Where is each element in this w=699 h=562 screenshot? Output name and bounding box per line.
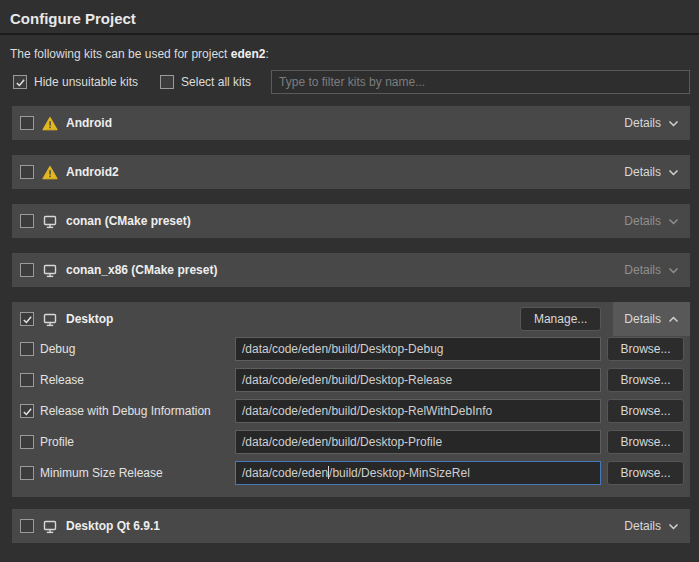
chevron-down-icon bbox=[668, 523, 679, 530]
details-label: Details bbox=[624, 214, 661, 228]
desktop-icon bbox=[42, 312, 58, 327]
select-all-kits-checkbox[interactable] bbox=[160, 75, 174, 89]
chevron-down-icon bbox=[668, 169, 679, 176]
kit-row-conan: conan (CMake preset) Details bbox=[12, 204, 690, 238]
build-dir-input[interactable]: /data/code/eden/build/Desktop-Profile bbox=[235, 430, 601, 454]
browse-button[interactable]: Browse... bbox=[607, 368, 684, 392]
select-all-kits-label: Select all kits bbox=[181, 75, 251, 89]
build-dir-value: /data/code/eden/build/Desktop-RelWithDeb… bbox=[242, 404, 492, 418]
kit-row-conan-x86: conan_x86 (CMake preset) Details bbox=[12, 253, 690, 287]
build-config-checkbox[interactable] bbox=[20, 435, 34, 449]
kit-row-desktop: Desktop Manage... Details bbox=[12, 302, 690, 336]
kit-checkbox[interactable] bbox=[20, 312, 34, 326]
desktop-icon bbox=[42, 519, 58, 534]
details-label: Details bbox=[624, 519, 661, 533]
build-dir-value: /data/code/eden/build/Desktop-Release bbox=[242, 373, 452, 387]
kit-checkbox[interactable] bbox=[20, 116, 34, 130]
kit-checkbox[interactable] bbox=[20, 214, 34, 228]
manage-button[interactable]: Manage... bbox=[520, 307, 601, 331]
details-button[interactable]: Details bbox=[613, 155, 690, 189]
kit-checkbox[interactable] bbox=[20, 263, 34, 277]
kit-section-desktop: Desktop Manage... Details Debug /data/co… bbox=[12, 302, 690, 497]
hide-unsuitable-kits-group: Hide unsuitable kits bbox=[13, 75, 138, 89]
build-config-row-release: Release /data/code/eden/build/Desktop-Re… bbox=[20, 367, 684, 393]
kit-row-android2: Android2 Details bbox=[12, 155, 690, 189]
browse-button[interactable]: Browse... bbox=[607, 337, 684, 361]
build-dir-input[interactable]: /data/code/eden/build/Desktop-Release bbox=[235, 368, 601, 392]
browse-button[interactable]: Browse... bbox=[607, 461, 684, 485]
kit-name: Android2 bbox=[66, 165, 119, 179]
build-config-checkbox[interactable] bbox=[20, 342, 34, 356]
kit-name: conan_x86 (CMake preset) bbox=[66, 263, 217, 277]
details-label: Details bbox=[624, 116, 661, 130]
kit-name: conan (CMake preset) bbox=[66, 214, 191, 228]
warning-icon bbox=[42, 116, 58, 131]
checkmark-icon bbox=[22, 406, 33, 417]
kit-filter-bar: Hide unsuitable kits Select all kits bbox=[13, 70, 690, 94]
build-config-label: Release with Debug Information bbox=[40, 404, 235, 418]
build-dir-value: /data/code/eden bbox=[242, 466, 328, 480]
hide-unsuitable-kits-checkbox[interactable] bbox=[13, 75, 27, 89]
project-name: eden2 bbox=[231, 47, 266, 61]
build-config-row-profile: Profile /data/code/eden/build/Desktop-Pr… bbox=[20, 429, 684, 455]
kit-row-android: Android Details bbox=[12, 106, 690, 140]
build-dir-input[interactable]: /data/code/eden/build/Desktop-RelWithDeb… bbox=[235, 399, 601, 423]
kit-filter-input[interactable] bbox=[271, 70, 690, 94]
kit-name: Desktop Qt 6.9.1 bbox=[66, 519, 160, 533]
kit-row-desktop-qt: Desktop Qt 6.9.1 Details bbox=[12, 509, 690, 543]
title-separator bbox=[0, 33, 699, 35]
browse-button[interactable]: Browse... bbox=[607, 399, 684, 423]
checkmark-icon bbox=[15, 77, 26, 88]
chevron-down-icon bbox=[668, 218, 679, 225]
details-button[interactable]: Details bbox=[613, 509, 690, 543]
build-config-label: Profile bbox=[40, 435, 235, 449]
build-dir-input-focused[interactable]: /data/code/eden/build/Desktop-MinSizeRel bbox=[235, 461, 601, 485]
desktop-icon bbox=[42, 214, 58, 229]
build-config-row-minsizerel: Minimum Size Release /data/code/eden/bui… bbox=[20, 460, 684, 486]
build-dir-value: /build/Desktop-MinSizeRel bbox=[329, 466, 470, 480]
build-config-checkbox[interactable] bbox=[20, 404, 34, 418]
kit-name: Android bbox=[66, 116, 112, 130]
intro-text-after: : bbox=[265, 47, 268, 61]
details-label: Details bbox=[624, 165, 661, 179]
chevron-down-icon bbox=[668, 267, 679, 274]
kit-name: Desktop bbox=[66, 312, 113, 326]
checkmark-icon bbox=[22, 314, 33, 325]
build-config-checkbox[interactable] bbox=[20, 373, 34, 387]
details-label: Details bbox=[624, 312, 661, 326]
warning-icon bbox=[42, 165, 58, 180]
build-dir-value: /data/code/eden/build/Desktop-Debug bbox=[242, 342, 443, 356]
desktop-icon bbox=[42, 263, 58, 278]
build-config-label: Minimum Size Release bbox=[40, 466, 235, 480]
select-all-kits-group: Select all kits bbox=[160, 75, 251, 89]
kit-checkbox[interactable] bbox=[20, 165, 34, 179]
chevron-up-icon bbox=[668, 316, 679, 323]
page-title: Configure Project bbox=[10, 9, 699, 29]
build-config-label: Debug bbox=[40, 342, 235, 356]
browse-button[interactable]: Browse... bbox=[607, 430, 684, 454]
details-button[interactable]: Details bbox=[613, 106, 690, 140]
build-config-label: Release bbox=[40, 373, 235, 387]
chevron-down-icon bbox=[668, 120, 679, 127]
intro-text: The following kits can be used for proje… bbox=[10, 47, 689, 61]
build-dir-input[interactable]: /data/code/eden/build/Desktop-Debug bbox=[235, 337, 601, 361]
details-label: Details bbox=[624, 263, 661, 277]
build-config-row-debug: Debug /data/code/eden/build/Desktop-Debu… bbox=[20, 336, 684, 362]
kit-checkbox[interactable] bbox=[20, 519, 34, 533]
kit-list: Android Details Android2 Details bbox=[0, 106, 699, 543]
build-config-checkbox[interactable] bbox=[20, 466, 34, 480]
hide-unsuitable-kits-label: Hide unsuitable kits bbox=[34, 75, 138, 89]
details-button[interactable]: Details bbox=[613, 253, 690, 287]
details-button[interactable]: Details bbox=[613, 204, 690, 238]
intro-text-before: The following kits can be used for proje… bbox=[10, 47, 231, 61]
configure-project-page: Configure Project The following kits can… bbox=[0, 0, 699, 562]
build-config-row-relwithdebinfo: Release with Debug Information /data/cod… bbox=[20, 398, 684, 424]
build-dir-value: /data/code/eden/build/Desktop-Profile bbox=[242, 435, 442, 449]
details-button[interactable]: Details bbox=[613, 302, 690, 336]
